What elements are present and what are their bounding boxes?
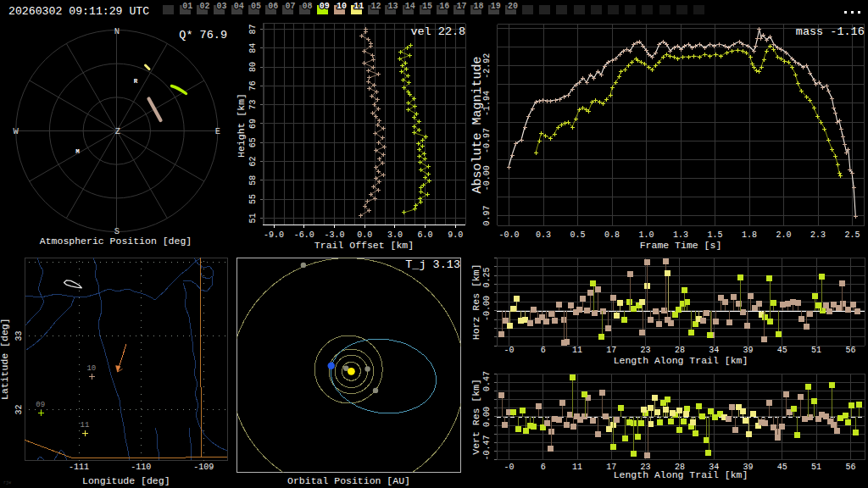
svg-text:17: 17 [456, 2, 466, 11]
svg-text:E: E [215, 126, 220, 136]
svg-text:10: 10 [337, 2, 347, 11]
svg-text:87: 87 [248, 24, 258, 34]
svg-text:6: 6 [541, 463, 546, 472]
svg-text:R: R [134, 78, 138, 85]
svg-text:Length Along Trail [km]: Length Along Trail [km] [614, 469, 748, 480]
svg-text:Horz Res [km]: Horz Res [km] [470, 263, 481, 340]
svg-text:2.0: 2.0 [776, 230, 792, 240]
svg-text:9.0: 9.0 [448, 230, 463, 240]
svg-text:Height [km]: Height [km] [236, 93, 247, 158]
svg-text:11: 11 [353, 2, 364, 11]
svg-text:Latitude [deg]: Latitude [deg] [0, 318, 10, 400]
svg-text:-0.47: -0.47 [482, 435, 492, 460]
svg-text:3.0: 3.0 [387, 230, 403, 240]
svg-text:06: 06 [268, 2, 278, 11]
svg-text:1.5: 1.5 [708, 230, 723, 240]
svg-text:-3.0: -3.0 [324, 230, 344, 240]
svg-text:45: 45 [777, 346, 787, 355]
svg-text:1.3: 1.3 [673, 230, 688, 240]
svg-text:13: 13 [388, 2, 398, 11]
svg-text:10: 10 [86, 364, 96, 373]
svg-text:Z: Z [115, 126, 120, 136]
svg-text:07: 07 [285, 2, 295, 11]
svg-text:rjw: rjw [3, 480, 11, 485]
svg-text:14: 14 [405, 2, 415, 11]
svg-text:-0: -0 [504, 346, 514, 355]
svg-text:12: 12 [370, 2, 381, 11]
svg-text:Frame Time [s]: Frame Time [s] [640, 240, 722, 251]
svg-text:55: 55 [248, 194, 258, 204]
svg-text:62: 62 [248, 156, 258, 166]
svg-text:0.47: 0.47 [482, 371, 492, 391]
svg-text:16: 16 [439, 2, 449, 11]
svg-text:Longitude [deg]: Longitude [deg] [82, 475, 170, 486]
svg-text:05: 05 [251, 2, 261, 11]
svg-text:Q* 76.9: Q* 76.9 [179, 29, 227, 42]
svg-text:1.8: 1.8 [742, 230, 757, 240]
svg-text:20260302 09:11:29 UTC: 20260302 09:11:29 UTC [8, 5, 149, 18]
svg-text:19: 19 [491, 2, 501, 11]
svg-text:56: 56 [845, 463, 855, 472]
svg-text:33: 33 [14, 330, 24, 341]
svg-text:15: 15 [422, 2, 432, 11]
svg-text:-0.00: -0.00 [482, 296, 492, 321]
svg-text:-0: -0 [504, 463, 514, 472]
svg-text:M: M [75, 148, 80, 155]
svg-text:45: 45 [777, 463, 787, 472]
svg-text:Atmospheric Position [deg]: Atmospheric Position [deg] [40, 236, 192, 247]
svg-text:T_j 3.13: T_j 3.13 [405, 258, 460, 271]
svg-text:2.3: 2.3 [810, 230, 826, 240]
svg-text:N: N [114, 26, 120, 36]
svg-text:0.25: 0.25 [482, 267, 492, 287]
svg-text:51: 51 [811, 346, 821, 355]
svg-text:65: 65 [248, 137, 258, 147]
svg-text:18: 18 [474, 2, 484, 11]
svg-text:11: 11 [81, 421, 90, 430]
svg-text:-109: -109 [193, 463, 214, 472]
svg-text:-110: -110 [131, 463, 151, 472]
svg-text:-6.0: -6.0 [294, 230, 314, 240]
svg-text:80: 80 [248, 62, 258, 72]
svg-text:2.5: 2.5 [845, 230, 860, 240]
svg-text:34: 34 [709, 346, 719, 355]
svg-text:03: 03 [217, 2, 227, 11]
svg-text:11: 11 [572, 346, 582, 355]
svg-text:73: 73 [248, 100, 258, 110]
svg-text:56: 56 [845, 346, 855, 355]
svg-text:28: 28 [675, 346, 685, 355]
svg-text:0.3: 0.3 [536, 230, 551, 240]
svg-text:09: 09 [36, 401, 45, 409]
svg-text:09: 09 [320, 2, 330, 11]
svg-text:6: 6 [541, 346, 546, 355]
svg-text:23: 23 [641, 346, 651, 355]
svg-text:Trail Offset [km]: Trail Offset [km] [314, 240, 414, 251]
svg-text:vel 22.8: vel 22.8 [410, 25, 465, 38]
svg-text:17: 17 [606, 346, 616, 355]
svg-text:08: 08 [303, 2, 313, 11]
svg-text:0.8: 0.8 [604, 230, 620, 240]
svg-text:02: 02 [199, 2, 209, 11]
svg-text:51: 51 [248, 213, 258, 223]
svg-text:58: 58 [248, 175, 258, 186]
svg-text:0.5: 0.5 [570, 230, 586, 240]
svg-text:6.0: 6.0 [418, 230, 433, 240]
svg-text:0.0: 0.0 [357, 230, 372, 240]
svg-text:Absolute Magnitude: Absolute Magnitude [470, 57, 485, 194]
svg-text:69: 69 [248, 119, 258, 129]
svg-text:01: 01 [182, 2, 192, 11]
svg-text:32: 32 [14, 404, 24, 414]
svg-text:-111: -111 [69, 463, 89, 472]
svg-text:39: 39 [743, 346, 753, 355]
svg-text:04: 04 [234, 2, 244, 11]
svg-text:20: 20 [508, 2, 518, 11]
svg-text:Vert Res [km]: Vert Res [km] [470, 379, 481, 455]
svg-text:1.0: 1.0 [639, 230, 654, 240]
svg-text:Length Along Trail [km]: Length Along Trail [km] [614, 355, 748, 366]
svg-text:-9.0: -9.0 [264, 230, 284, 240]
svg-text:51: 51 [811, 463, 821, 472]
svg-text:0.97: 0.97 [482, 205, 492, 225]
svg-text:84: 84 [248, 43, 258, 53]
svg-text:Orbital Position [AU]: Orbital Position [AU] [287, 475, 410, 486]
svg-text:mass -1.16: mass -1.16 [796, 25, 865, 38]
svg-text:11: 11 [572, 463, 582, 472]
